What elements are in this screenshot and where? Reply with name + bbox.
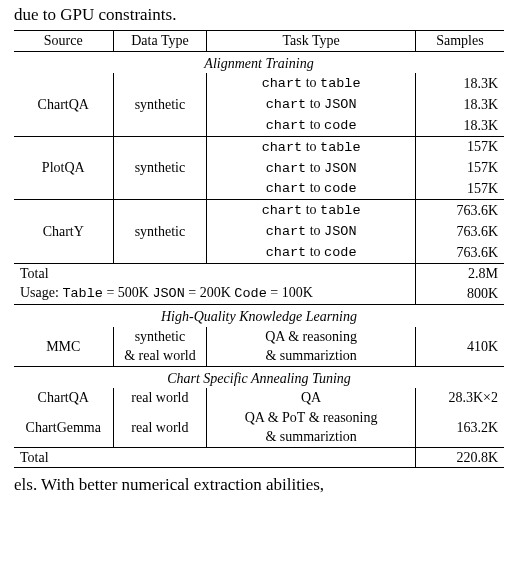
header-row: Source Data Type Task Type Samples [14, 31, 504, 52]
row-total2: Total 220.8K [14, 447, 504, 468]
section1-title-row: Alignment Training [14, 51, 504, 73]
cell-samples: 763.6K [415, 221, 504, 242]
cell-samples: 28.3K×2 [415, 388, 504, 408]
cell-samples: 163.2K [415, 408, 504, 448]
cell-usage: Usage: Table = 500K JSON = 200K Code = 1… [14, 283, 415, 304]
cell-samples: 18.3K [415, 73, 504, 94]
section3-title-row: Chart Specific Annealing Tuning [14, 366, 504, 388]
cell-task: chart to code [207, 242, 416, 263]
cell-task: chart to table [207, 136, 416, 157]
row-usage: Usage: Table = 500K JSON = 200K Code = 1… [14, 283, 504, 304]
cell-samples: 763.6K [415, 200, 504, 221]
cell-dtype: & real world [113, 346, 207, 366]
cell-total-value: 2.8M [415, 263, 504, 283]
cell-source: PlotQA [14, 136, 113, 200]
lead-text: due to GPU constraints. [14, 4, 504, 26]
cell-samples: 410K [415, 327, 504, 367]
cell-task: chart to JSON [207, 94, 416, 115]
cell-dtype: synthetic [113, 73, 207, 136]
cell-source: MMC [14, 327, 113, 367]
cell-task: chart to code [207, 178, 416, 199]
cell-samples: 18.3K [415, 94, 504, 115]
cell-task: & summariztion [207, 346, 416, 366]
row-chartqa: ChartQA synthetic chart to table 18.3K [14, 73, 504, 94]
cell-total-value: 220.8K [415, 447, 504, 468]
row-plotqa: PlotQA synthetic chart to table 157K [14, 136, 504, 157]
cell-dtype: synthetic [113, 327, 207, 347]
row-total1: Total 2.8M [14, 263, 504, 283]
hdr-task: Task Type [207, 31, 416, 52]
cell-usage-value: 800K [415, 283, 504, 304]
cell-samples: 18.3K [415, 115, 504, 136]
cell-source: ChartY [14, 200, 113, 264]
cell-dtype: synthetic [113, 200, 207, 264]
cell-task: QA [207, 388, 416, 408]
cell-task: chart to JSON [207, 221, 416, 242]
section2-title: High-Quality Knowledge Learning [14, 305, 504, 327]
cell-task: chart to table [207, 200, 416, 221]
cell-task: QA & reasoning [207, 327, 416, 347]
cell-samples: 157K [415, 178, 504, 199]
cell-total-label: Total [14, 447, 415, 468]
cell-samples: 157K [415, 158, 504, 179]
tok-chart: chart [262, 76, 303, 91]
hdr-samples: Samples [415, 31, 504, 52]
data-table: Source Data Type Task Type Samples Align… [14, 30, 504, 468]
hdr-source: Source [14, 31, 113, 52]
row-mmc: MMC synthetic QA & reasoning 410K [14, 327, 504, 347]
section1-title: Alignment Training [14, 51, 504, 73]
trail-text: els. With better numerical extraction ab… [14, 474, 504, 496]
hdr-type: Data Type [113, 31, 207, 52]
cell-dtype: real world [113, 388, 207, 408]
row-charty: ChartY synthetic chart to table 763.6K [14, 200, 504, 221]
tok-table: table [320, 76, 361, 91]
cell-samples: 157K [415, 136, 504, 157]
cell-task: chart to table [207, 73, 416, 94]
cell-task: chart to JSON [207, 158, 416, 179]
cell-dtype: real world [113, 408, 207, 448]
cell-source: ChartQA [14, 73, 113, 136]
section3-title: Chart Specific Annealing Tuning [14, 366, 504, 388]
cell-task: & summariztion [207, 427, 416, 447]
cell-task: chart to code [207, 115, 416, 136]
section2-title-row: High-Quality Knowledge Learning [14, 305, 504, 327]
cell-source: ChartQA [14, 388, 113, 408]
row-chartqa2: ChartQA real world QA 28.3K×2 [14, 388, 504, 408]
cell-source: ChartGemma [14, 408, 113, 448]
cell-total-label: Total [14, 263, 415, 283]
cell-task: QA & PoT & reasoning [207, 408, 416, 428]
row-chartgemma: ChartGemma real world QA & PoT & reasoni… [14, 408, 504, 428]
cell-samples: 763.6K [415, 242, 504, 263]
cell-dtype: synthetic [113, 136, 207, 200]
